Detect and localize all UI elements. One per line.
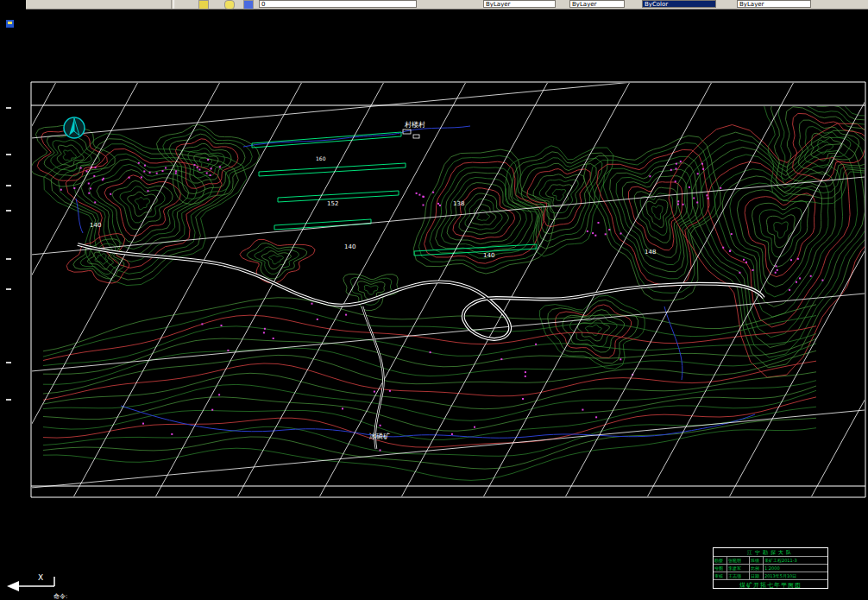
- svg-text:140: 140: [483, 252, 494, 259]
- tb-value: 2013年5月10日: [764, 572, 827, 579]
- titleblock-org: 江宁勘探大队: [714, 548, 827, 557]
- svg-text:村楼村: 村楼村: [404, 121, 425, 129]
- tb-key: 比例: [750, 565, 764, 572]
- tb-value: 张晓明: [727, 557, 750, 564]
- tb-value: 李建军: [727, 565, 750, 572]
- svg-text:148: 148: [645, 249, 656, 256]
- layer-dropdown[interactable]: 0: [259, 0, 417, 8]
- titleblock-row: 审核 王志强 日期 2013年5月10日: [714, 572, 827, 580]
- command-line-text: 命令:: [53, 593, 67, 600]
- tb-key: 班级: [750, 557, 764, 564]
- drawing-title: 煤矿开拓七年平面图: [714, 580, 827, 588]
- ucs-x-label: X: [38, 573, 43, 582]
- plotstyle-dropdown[interactable]: ByColor: [642, 0, 716, 8]
- svg-text:140: 140: [344, 243, 355, 250]
- lineweight-dropdown[interactable]: ByLayer: [737, 0, 811, 8]
- svg-text:160: 160: [316, 155, 326, 161]
- toolbar-separator: [171, 0, 174, 9]
- svg-text:138: 138: [453, 200, 464, 207]
- tb-key: 审核: [714, 572, 727, 579]
- cad-toolbar: 0 ByLayer ByLayer ByColor ByLayer: [26, 0, 868, 9]
- titleblock-row: 绘图 李建军 比例 1:2000: [714, 565, 827, 572]
- color-dropdown[interactable]: ByLayer: [483, 0, 556, 8]
- drawing-canvas-wrap: 140160152138140140148村楼村冰磷矿X命令:: [0, 0, 868, 600]
- drawing-canvas[interactable]: 140160152138140140148村楼村冰磷矿X命令:: [0, 0, 868, 600]
- tb-key: 勘察: [714, 557, 727, 564]
- tb-key: 绘图: [714, 565, 727, 572]
- layer-state-icon[interactable]: [243, 0, 254, 9]
- toolbar-left-gap: [0, 0, 26, 9]
- tb-key: 日期: [750, 572, 764, 579]
- layer-properties-icon[interactable]: [198, 0, 209, 9]
- title-block: 江宁勘探大队 勘察 张晓明 班级 采矿工程2011-3 绘图 李建军 比例 1:…: [713, 547, 828, 589]
- titleblock-row: 勘察 张晓明 班级 采矿工程2011-3: [714, 557, 827, 565]
- sun-icon[interactable]: [224, 0, 235, 9]
- tb-value: 采矿工程2011-3: [764, 557, 827, 564]
- linetype-dropdown[interactable]: ByLayer: [569, 0, 625, 8]
- svg-text:152: 152: [327, 200, 338, 207]
- svg-text:140: 140: [90, 222, 101, 229]
- tb-value: 王志强: [727, 572, 750, 579]
- tb-value: 1:2000: [764, 565, 827, 572]
- svg-text:冰磷矿: 冰磷矿: [369, 433, 390, 440]
